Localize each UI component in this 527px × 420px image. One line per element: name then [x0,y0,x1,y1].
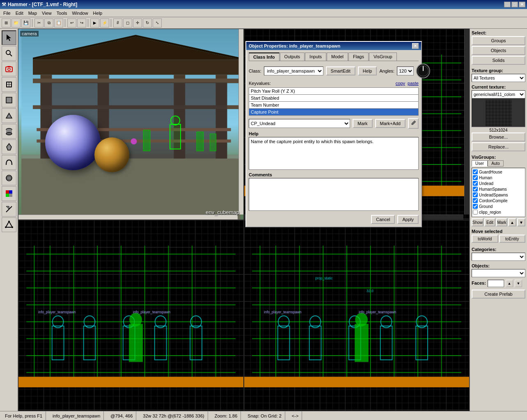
visgroup-human-cb[interactable] [473,175,478,180]
menu-file[interactable]: File [1,10,13,16]
faces-up[interactable]: ▲ [506,280,513,287]
tb-run[interactable]: ⚡ [100,18,109,27]
kv-row-3[interactable]: Capture Point [249,109,419,116]
angles-select[interactable]: 120 [397,66,414,75]
objects-select[interactable] [472,269,525,277]
tab-inputs[interactable]: Inputs [305,52,326,61]
minimize-button[interactable]: _ [504,2,511,7]
maximize-button[interactable]: □ [511,2,518,7]
tb-save[interactable]: 💾 [21,18,30,27]
visgroup-humanspawns-cb[interactable] [473,187,478,192]
visgroup-guardhouse-cb[interactable] [473,169,478,174]
tab-visgroup[interactable]: VisGroup [369,52,397,61]
kv-row-2[interactable]: Team Number [249,102,419,109]
tb-cut[interactable]: ✂ [34,18,44,27]
to-entity-button[interactable]: toEntity [499,235,526,243]
tool-spike[interactable] [2,139,16,154]
tool-texture[interactable] [2,186,16,201]
create-prefab-button[interactable]: Create Prefab [472,290,525,299]
to-world-button[interactable]: toWorld [472,235,498,243]
faces-down[interactable]: ▼ [515,280,522,287]
tool-clipping[interactable] [2,202,16,217]
comments-textarea[interactable] [249,178,419,211]
paste-link[interactable]: paste [408,81,419,86]
tb-rotate[interactable]: ↻ [143,18,152,27]
texture-group-select[interactable]: All Textures [472,74,525,82]
apply-button[interactable]: Apply [397,215,419,224]
tb-open[interactable]: 📁 [11,18,21,27]
vis-tab-user[interactable]: User [472,160,488,167]
vis-up-button[interactable]: ▲ [508,218,516,226]
hscrollbar-3d[interactable] [18,215,238,219]
viewport-3d[interactable]: camera [18,29,244,220]
tool-camera[interactable] [2,62,16,76]
vis-mark-button[interactable]: Mark [496,218,507,226]
cp-dropdown[interactable]: CP_Undead [249,119,350,128]
solids-button[interactable]: Solids [472,56,525,65]
vis-show-button[interactable]: Show [472,218,483,226]
kv-row-0[interactable]: Pitch Yaw Roll (Y Z X) [249,88,419,95]
tb-new[interactable]: ⊞ [2,18,11,27]
vis-tab-auto[interactable]: Auto [488,160,504,167]
mark-button[interactable]: Mark [353,119,372,128]
menu-edit[interactable]: Edit [13,10,26,16]
tab-model[interactable]: Model [327,52,348,61]
tb-move[interactable]: ✛ [133,18,142,27]
tool-magnify[interactable] [2,46,16,61]
close-button[interactable]: ✕ [519,2,525,7]
vscrollbar-bl[interactable] [464,29,469,215]
tb-compile[interactable]: ▶ [90,18,99,27]
vscrollbar-3d[interactable] [238,29,243,215]
visgroup-undead-cb[interactable] [473,181,478,186]
titlebar-controls[interactable]: _ □ ✕ [504,2,525,7]
vis-edit-button[interactable]: Edit [484,218,495,226]
tab-outputs[interactable]: Outputs [280,52,305,61]
faces-input[interactable] [488,280,504,287]
menu-tools[interactable]: Tools [54,10,70,16]
tool-entity[interactable] [2,77,16,92]
visgroup-undeadspawns-cb[interactable] [473,192,478,197]
categories-select[interactable] [472,253,525,261]
menu-window[interactable]: Window [69,10,90,16]
visgroup-ground-cb[interactable] [473,204,478,209]
tool-arch[interactable] [2,155,16,170]
replace-button[interactable]: Replace... [472,142,525,151]
tool-block[interactable] [2,93,16,107]
viewport-2d-right-bottom[interactable] [244,220,470,411]
tab-classinfo[interactable]: Class Info [249,52,280,61]
viewport-2d-right-top[interactable] [18,220,244,411]
tool-select[interactable] [2,30,16,45]
tb-copy[interactable]: ⧉ [44,18,53,27]
class-select[interactable]: info_player_teamspawn [264,66,323,75]
groups-button[interactable]: Groups [472,36,525,45]
vis-down-button[interactable]: ▼ [517,218,525,226]
tool-vertex[interactable] [2,217,16,232]
browse-button[interactable]: Browse... [472,132,525,142]
tool-cylinder[interactable] [2,124,16,139]
dialog-close-button[interactable]: ✕ [412,43,419,49]
titlebar-left: ⚒ Hammer - [CTF_1.vmf - Right] [2,2,77,7]
tb-grid[interactable]: # [113,18,122,27]
tb-select[interactable]: ◻ [123,18,132,27]
current-texture-select[interactable]: generic/wall/l11_colom [472,90,525,98]
menu-help[interactable]: Help [91,10,105,16]
objects-button[interactable]: Objects [472,46,525,55]
menu-map[interactable]: Map [26,10,39,16]
tb-paste[interactable]: 📋 [54,18,63,27]
help-class-button[interactable]: Help [358,66,377,75]
tb-redo[interactable]: ↪ [77,18,86,27]
tb-scale[interactable]: ⤡ [153,18,162,27]
tool-sphere[interactable] [2,171,16,185]
visgroup-cordoncompile-cb[interactable] [473,198,478,203]
cancel-button[interactable]: Cancel [371,215,395,224]
eyedropper-button[interactable] [408,118,419,129]
tab-flags[interactable]: Flags [348,52,369,61]
kv-row-1[interactable]: Start Disabled [249,95,419,102]
tool-wedge[interactable] [2,108,16,123]
copy-link[interactable]: copy [396,81,405,86]
mark-add-button[interactable]: Mark+Add [375,119,406,128]
smartedit-button[interactable]: SmartEdit [326,66,355,75]
visgroup-clippregion-cb[interactable] [473,210,478,215]
tb-undo[interactable]: ↩ [67,18,76,27]
menu-view[interactable]: View [39,10,54,16]
